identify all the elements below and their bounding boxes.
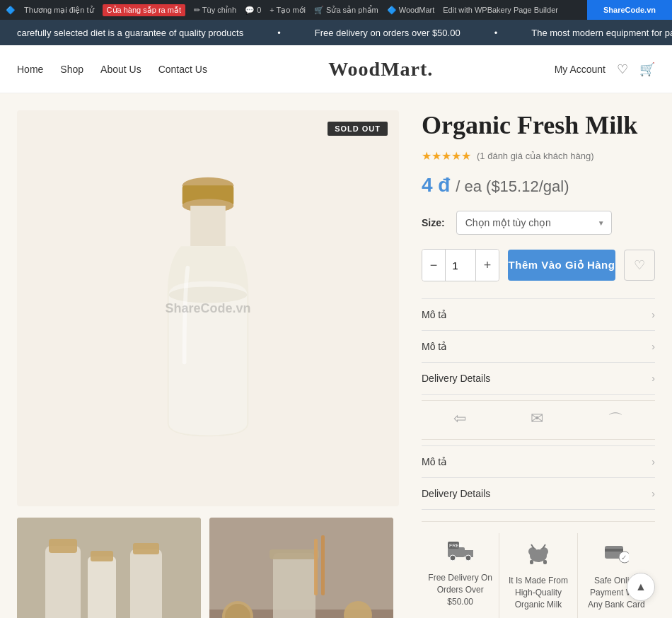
nav-logo-area: WoodMart. xyxy=(207,58,555,81)
accordion-delivery1-arrow: › xyxy=(651,373,655,384)
nav-right: My Account ♡ 🛒 xyxy=(555,62,655,77)
admin-bar: 🔷 Thương mại điện tử Cửa hàng sắp ra mắt… xyxy=(0,0,672,20)
svg-rect-9 xyxy=(91,551,113,561)
banner-item-3: The most modern equipment for pasteuriza… xyxy=(531,28,672,38)
admin-bar-edit-product[interactable]: 🛒 Sửa sản phẩm xyxy=(314,6,378,15)
safe-payment-icon: ✓ xyxy=(603,542,629,569)
svg-rect-30 xyxy=(530,560,533,564)
site-logo[interactable]: WoodMart. xyxy=(328,58,433,80)
size-label: Size: xyxy=(422,217,445,228)
accordion-desc2-arrow: › xyxy=(651,341,655,352)
svg-text:✓: ✓ xyxy=(621,554,627,561)
svg-rect-19 xyxy=(314,539,318,595)
banner-item-1: carefully selected diet is a guarantee o… xyxy=(17,28,243,38)
accordion-desc3[interactable]: Mô tả › xyxy=(422,445,655,477)
trust-free-delivery: FREE Free Delivery On Orders Over $50.00 xyxy=(422,533,499,618)
rating-text: (1 đánh giá của khách hàng) xyxy=(477,151,594,161)
nav-contact[interactable]: Contact Us xyxy=(158,64,207,75)
milk-bottle-svg xyxy=(137,160,279,457)
thumbnail-row: Copyright © ShareCode.vn xyxy=(17,518,399,618)
thumb1-svg xyxy=(17,518,201,618)
size-select[interactable]: Chọn một tùy chọn xyxy=(456,211,612,235)
svg-rect-20 xyxy=(321,535,325,595)
admin-bar-wp-icon[interactable]: 🔷 xyxy=(6,6,16,15)
product-page: SOLD OUT ShareCode.vn xyxy=(0,93,672,618)
product-title: Organic Fresh Milk xyxy=(422,110,655,141)
svg-rect-31 xyxy=(543,560,547,564)
admin-bar-wpbakery[interactable]: Edit with WPBakery Page Builder xyxy=(443,6,558,14)
svg-rect-21 xyxy=(448,547,465,557)
thumb2-svg xyxy=(209,518,393,618)
trust-organic: It Is Made From High-Quality Organic Mil… xyxy=(499,533,577,618)
svg-rect-15 xyxy=(270,549,319,559)
free-delivery-icon: FREE xyxy=(448,542,473,566)
thumbnail-2 xyxy=(209,518,393,618)
back-to-top-button[interactable]: ▲ xyxy=(627,573,655,601)
accordion-desc2-label: Mô tả xyxy=(422,341,447,352)
admin-bar-woodmart[interactable]: 🔷 WoodMart xyxy=(387,6,435,15)
qty-input[interactable] xyxy=(445,250,476,281)
thumbnail-1: Copyright © ShareCode.vn xyxy=(17,518,201,618)
accordion-delivery1[interactable]: Delivery Details › xyxy=(422,362,655,395)
price-row: 4 đ / ea ($15.12/gal) xyxy=(422,174,655,197)
svg-text:FREE: FREE xyxy=(449,543,463,548)
accordion-group-1: Mô tả › Mô tả › Delivery Details › xyxy=(422,298,655,395)
product-images: SOLD OUT ShareCode.vn xyxy=(17,110,399,618)
quantity-control: − + xyxy=(422,249,499,281)
cow-icon xyxy=(526,542,551,564)
accordion-desc1-label: Mô tả xyxy=(422,309,447,320)
trust-row: FREE Free Delivery On Orders Over $50.00 xyxy=(422,521,655,618)
svg-rect-11 xyxy=(133,543,159,554)
banner-item-2: Free delivery on orders over $50.00 xyxy=(315,28,460,38)
nav-shop[interactable]: Shop xyxy=(60,64,83,75)
icon-strip: ⇦ ✉ ⌒ xyxy=(422,400,655,440)
accordion-delivery1-label: Delivery Details xyxy=(422,373,490,384)
nav-home[interactable]: Home xyxy=(17,64,43,75)
accordion-desc2[interactable]: Mô tả › xyxy=(422,330,655,362)
admin-bar-comments[interactable]: 💬 0 xyxy=(245,6,261,15)
size-select-wrap: Chọn một tùy chọn xyxy=(456,211,612,235)
admin-bar-new[interactable]: + Tạo mới xyxy=(270,6,306,15)
qty-increase-btn[interactable]: + xyxy=(476,250,499,281)
accordion-desc1-arrow: › xyxy=(651,309,655,320)
admin-bar-customize[interactable]: ✏ Tùy chỉnh xyxy=(194,6,236,15)
svg-point-4 xyxy=(169,286,248,303)
size-row: Size: Chọn một tùy chọn xyxy=(422,211,655,235)
cart-row: − + Thêm Vào Giỏ Hàng ♡ xyxy=(422,249,655,281)
my-account-link[interactable]: My Account xyxy=(555,64,606,75)
strip-icon-3: ⌒ xyxy=(608,409,623,431)
admin-bar-shop-soon[interactable]: Cửa hàng sắp ra mắt xyxy=(103,4,185,16)
logo-badge: ShareCode.vn xyxy=(587,0,672,20)
main-nav: Home Shop About Us Contact Us WoodMart. … xyxy=(0,45,672,93)
admin-bar-ecommerce[interactable]: Thương mại điện tử xyxy=(24,6,94,15)
sold-out-badge: SOLD OUT xyxy=(328,122,388,136)
banner-dot-2: • xyxy=(494,28,498,38)
nav-links: Home Shop About Us Contact Us xyxy=(17,64,207,75)
payment-icon: ✓ xyxy=(603,542,629,564)
svg-rect-8 xyxy=(88,556,116,618)
strip-icon-1: ⇦ xyxy=(453,409,466,431)
accordion-desc3-arrow: › xyxy=(651,456,655,467)
organic-text: It Is Made From High-Quality Organic Mil… xyxy=(505,575,571,610)
accordion-delivery2-label: Delivery Details xyxy=(422,488,490,499)
svg-point-28 xyxy=(528,547,537,556)
free-delivery-text: Free Delivery On Orders Over $50.00 xyxy=(427,572,493,607)
svg-rect-10 xyxy=(130,549,162,618)
nav-about[interactable]: About Us xyxy=(100,64,141,75)
wishlist-icon-btn[interactable]: ♡ xyxy=(617,62,628,77)
wishlist-button[interactable]: ♡ xyxy=(624,250,655,281)
banner-dot-1: • xyxy=(277,28,281,38)
accordion-desc3-label: Mô tả xyxy=(422,456,447,467)
main-product-image: SOLD OUT ShareCode.vn xyxy=(17,110,399,506)
qty-decrease-btn[interactable]: − xyxy=(422,250,445,281)
accordion-group-2: Mô tả › Delivery Details › xyxy=(422,445,655,510)
accordion-desc1[interactable]: Mô tả › xyxy=(422,298,655,330)
svg-point-25 xyxy=(450,555,456,561)
add-to-cart-button[interactable]: Thêm Vào Giỏ Hàng xyxy=(508,250,615,281)
accordion-delivery2[interactable]: Delivery Details › xyxy=(422,477,655,510)
price-suffix: / ea ($15.12/gal) xyxy=(456,177,569,195)
svg-point-26 xyxy=(465,555,471,561)
cart-icon-btn[interactable]: 🛒 xyxy=(639,62,655,77)
svg-rect-3 xyxy=(190,206,226,246)
svg-rect-14 xyxy=(273,553,315,618)
